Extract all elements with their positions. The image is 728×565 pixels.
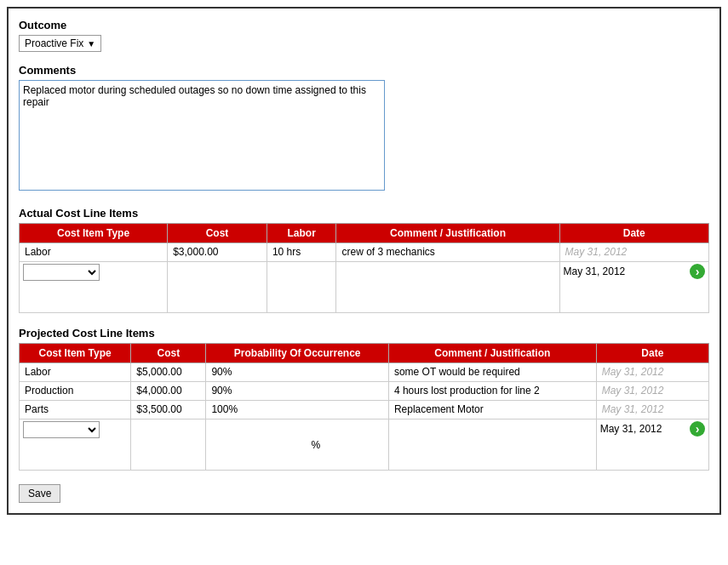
projected-cost-section: Projected Cost Line Items Cost Item Type…	[19, 327, 709, 471]
outcome-value: Proactive Fix	[25, 37, 83, 49]
proj-row-2-date: May 31, 2012	[596, 382, 708, 401]
outcome-row: Proactive Fix ▼	[19, 35, 709, 52]
proj-row-3-comment: Replacement Motor	[388, 401, 596, 419]
main-container: Outcome Proactive Fix ▼ Comments Replace…	[7, 7, 721, 515]
proj-row-1-date: May 31, 2012	[596, 363, 708, 382]
actual-new-comment-cell[interactable]	[336, 262, 559, 313]
actual-new-labor-cell[interactable]	[267, 262, 336, 313]
actual-col-type: Cost Item Type	[20, 224, 168, 243]
actual-new-date-cell: May 31, 2012 ›	[559, 262, 708, 313]
proj-row-1-prob: 90%	[206, 363, 389, 382]
comments-label: Comments	[19, 64, 709, 77]
proj-row-2-cost: $4,000.00	[131, 382, 206, 401]
actual-row-1-labor: 10 hrs	[267, 243, 336, 262]
save-row: Save	[19, 484, 709, 503]
actual-cost-table: Cost Item Type Cost Labor Comment / Just…	[19, 223, 709, 313]
actual-new-cost-cell[interactable]	[168, 262, 267, 313]
actual-col-comment: Comment / Justification	[336, 224, 559, 243]
proj-new-date-value: May 31, 2012	[600, 423, 662, 435]
proj-row-1: Labor $5,000.00 90% some OT would be req…	[20, 363, 709, 382]
outcome-label: Outcome	[19, 19, 709, 31]
projected-cost-table: Cost Item Type Cost Probability Of Occur…	[19, 343, 709, 471]
proj-new-date-cell: May 31, 2012 ›	[596, 419, 708, 471]
actual-cost-section: Actual Cost Line Items Cost Item Type Co…	[19, 207, 709, 313]
actual-row-1-date: May 31, 2012	[559, 243, 708, 262]
proj-row-2-type: Production	[20, 382, 131, 401]
actual-col-cost: Cost	[168, 224, 267, 243]
proj-row-3: Parts $3,500.00 100% Replacement Motor M…	[20, 401, 709, 419]
actual-col-date: Date	[559, 224, 708, 243]
actual-new-type-dropdown[interactable]	[23, 264, 100, 281]
proj-row-2-prob: 90%	[206, 382, 389, 401]
comments-section: Comments Replaced motor during scheduled…	[19, 64, 709, 193]
proj-col-comment: Comment / Justification	[388, 344, 596, 363]
proj-row-2: Production $4,000.00 90% 4 hours lost pr…	[20, 382, 709, 401]
proj-percent-suffix: %	[311, 439, 320, 451]
outcome-dropdown-arrow: ▼	[87, 39, 95, 49]
proj-row-3-date: May 31, 2012	[596, 401, 708, 419]
projected-cost-title: Projected Cost Line Items	[19, 327, 709, 340]
proj-row-3-type: Parts	[20, 401, 131, 419]
proj-row-2-comment: 4 hours lost production for line 2	[388, 382, 596, 401]
proj-new-comment-cell[interactable]	[388, 419, 596, 471]
proj-new-prob-cell[interactable]: %	[206, 419, 389, 471]
proj-col-prob: Probability Of Occurrence	[206, 344, 389, 363]
actual-row-1-cost: $3,000.00	[168, 243, 267, 262]
actual-add-button[interactable]: ›	[690, 264, 705, 279]
actual-new-date-value: May 31, 2012	[564, 265, 626, 277]
outcome-dropdown[interactable]: Proactive Fix ▼	[19, 35, 101, 52]
comments-textarea[interactable]: Replaced motor during scheduled outages …	[19, 80, 385, 191]
actual-row-1: Labor $3,000.00 10 hrs crew of 3 mechani…	[20, 243, 709, 262]
proj-new-cost-cell[interactable]	[131, 419, 206, 471]
actual-new-row: May 31, 2012 ›	[20, 262, 709, 313]
proj-add-button[interactable]: ›	[690, 421, 705, 437]
proj-new-type-cell[interactable]	[20, 419, 131, 471]
actual-new-type-cell[interactable]	[20, 262, 168, 313]
proj-col-cost: Cost	[131, 344, 206, 363]
outcome-section: Outcome Proactive Fix ▼	[19, 19, 709, 52]
proj-new-prob-input[interactable]	[274, 439, 308, 451]
proj-row-1-comment: some OT would be required	[388, 363, 596, 382]
proj-row-3-prob: 100%	[206, 401, 389, 419]
proj-col-date: Date	[596, 344, 708, 363]
actual-col-labor: Labor	[267, 224, 336, 243]
proj-row-1-type: Labor	[20, 363, 131, 382]
actual-cost-title: Actual Cost Line Items	[19, 207, 709, 220]
proj-row-1-cost: $5,000.00	[131, 363, 206, 382]
proj-new-row: % May 31, 2012 ›	[20, 419, 709, 471]
actual-row-1-type: Labor	[20, 243, 168, 262]
save-button[interactable]: Save	[19, 484, 60, 503]
actual-row-1-comment: crew of 3 mechanics	[336, 243, 559, 262]
proj-col-type: Cost Item Type	[20, 344, 131, 363]
proj-row-3-cost: $3,500.00	[131, 401, 206, 419]
proj-new-type-dropdown[interactable]	[23, 421, 100, 438]
